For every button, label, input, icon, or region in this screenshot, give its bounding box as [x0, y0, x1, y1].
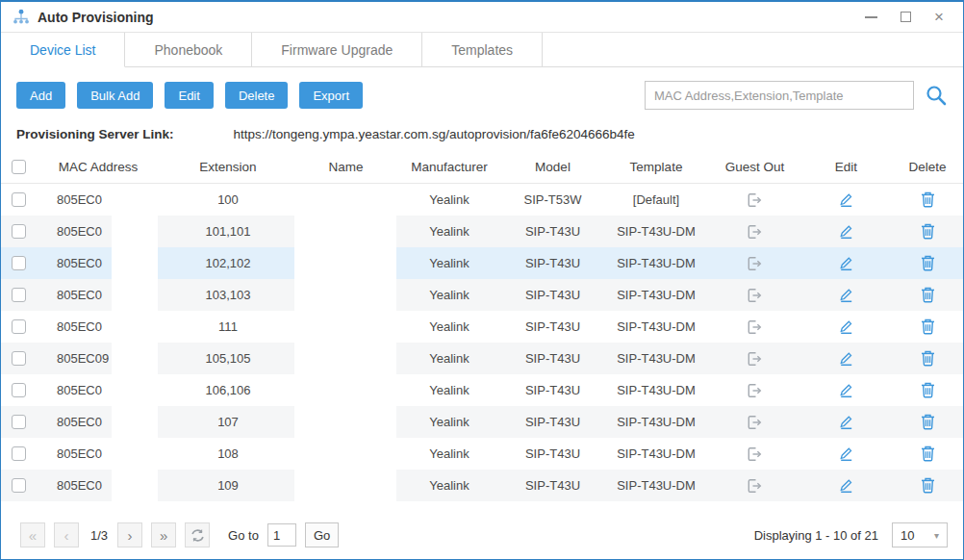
row-checkbox[interactable] — [12, 224, 26, 239]
pencil-icon[interactable] — [800, 414, 892, 430]
prev-page-button[interactable]: ‹ — [54, 522, 79, 547]
col-extension: Extension — [161, 160, 295, 174]
select-all-cell — [1, 160, 36, 174]
logout-arrow-icon[interactable] — [709, 319, 800, 335]
trash-icon[interactable] — [892, 191, 963, 208]
pencil-icon[interactable] — [800, 223, 892, 240]
page-indicator: 1/3 — [90, 528, 108, 543]
row-checkbox-cell — [1, 415, 36, 429]
row-checkbox-cell — [1, 446, 36, 461]
pencil-icon[interactable] — [800, 382, 892, 398]
close-icon[interactable]: × — [934, 10, 944, 25]
next-page-button[interactable]: › — [117, 522, 142, 547]
logout-arrow-icon[interactable] — [709, 224, 800, 240]
device-table: MAC Address Extension Name Manufacturer … — [1, 151, 963, 501]
edit-button[interactable]: Edit — [165, 82, 213, 109]
tab-templates[interactable]: Templates — [422, 33, 543, 67]
go-button[interactable]: Go — [305, 522, 339, 547]
manufacturer-cell: Yealink — [396, 478, 502, 493]
row-checkbox-cell — [1, 256, 36, 270]
trash-icon[interactable] — [892, 445, 963, 462]
first-page-button[interactable]: « — [20, 522, 45, 547]
logout-arrow-icon[interactable] — [709, 192, 800, 208]
logout-arrow-icon[interactable] — [709, 256, 800, 271]
tab-device-list[interactable]: Device List — [1, 33, 125, 67]
last-page-button[interactable]: » — [151, 522, 176, 547]
search-input[interactable] — [645, 81, 914, 110]
pencil-icon[interactable] — [800, 350, 892, 367]
row-checkbox[interactable] — [12, 256, 26, 270]
row-checkbox[interactable] — [12, 319, 26, 334]
row-checkbox[interactable] — [12, 192, 26, 207]
extension-cell: 101,101 — [161, 224, 295, 239]
goto-label: Go to — [228, 528, 259, 543]
search-area — [645, 81, 948, 110]
pencil-icon[interactable] — [800, 255, 892, 271]
model-cell: SIP-T43U — [502, 351, 603, 366]
logout-arrow-icon[interactable] — [709, 446, 800, 462]
row-checkbox-cell — [1, 288, 36, 302]
col-template: Template — [603, 160, 709, 174]
template-cell: [Default] — [603, 192, 709, 207]
maximize-icon[interactable] — [901, 10, 911, 25]
template-cell: SIP-T43U-DM — [603, 288, 709, 302]
extension-cell: 107 — [161, 415, 295, 429]
template-cell: SIP-T43U-DM — [603, 383, 709, 397]
delete-button[interactable]: Delete — [225, 82, 289, 109]
refresh-icon[interactable] — [185, 522, 210, 547]
export-button[interactable]: Export — [299, 82, 363, 109]
logout-arrow-icon[interactable] — [709, 288, 800, 303]
model-cell: SIP-T43U — [502, 256, 603, 270]
logout-arrow-icon[interactable] — [709, 383, 800, 398]
pencil-icon[interactable] — [800, 287, 892, 303]
extension-cell: 105,105 — [161, 351, 295, 366]
row-checkbox[interactable] — [12, 351, 26, 366]
page-size-value: 10 — [901, 528, 914, 543]
manufacturer-cell: Yealink — [396, 256, 502, 270]
page-size-select[interactable]: 10 ▾ — [892, 522, 948, 547]
trash-icon[interactable] — [892, 287, 963, 303]
pencil-icon[interactable] — [800, 191, 892, 208]
pencil-icon[interactable] — [800, 477, 892, 494]
pagination-right: Displaying 1 - 10 of 21 10 ▾ — [754, 522, 948, 547]
auto-provisioning-window: Auto Provisioning × Device List Phoneboo… — [0, 0, 964, 560]
server-link-url: https://tongeng.ympa.yeastar.com.sg/auto… — [234, 127, 635, 141]
template-cell: SIP-T43U-DM — [603, 478, 709, 493]
magnifier-icon[interactable] — [925, 84, 948, 107]
logout-arrow-icon[interactable] — [709, 415, 800, 430]
add-button[interactable]: Add — [16, 82, 65, 109]
model-cell: SIP-T43U — [502, 446, 603, 461]
model-cell: SIP-T43U — [502, 415, 603, 429]
row-checkbox[interactable] — [12, 446, 26, 461]
trash-icon[interactable] — [892, 414, 963, 430]
server-link-row: Provisioning Server Link: https://tongen… — [1, 115, 963, 147]
bulk-add-button[interactable]: Bulk Add — [77, 82, 153, 109]
window-controls: × — [865, 10, 953, 25]
title-bar: Auto Provisioning × — [1, 2, 963, 33]
row-checkbox[interactable] — [12, 383, 26, 397]
trash-icon[interactable] — [892, 477, 963, 494]
col-manufacturer: Manufacturer — [396, 160, 502, 174]
model-cell: SIP-T43U — [502, 478, 603, 493]
model-cell: SIP-T43U — [502, 224, 603, 239]
trash-icon[interactable] — [892, 255, 963, 271]
trash-icon[interactable] — [892, 350, 963, 367]
logout-arrow-icon[interactable] — [709, 478, 800, 494]
minimize-icon[interactable] — [865, 10, 877, 25]
pencil-icon[interactable] — [800, 445, 892, 462]
row-checkbox[interactable] — [12, 415, 26, 429]
tab-firmware-upgrade[interactable]: Firmware Upgrade — [252, 33, 422, 67]
row-checkbox[interactable] — [12, 288, 26, 302]
row-checkbox[interactable] — [12, 478, 26, 493]
select-all-checkbox[interactable] — [12, 160, 26, 174]
goto-page-input[interactable] — [267, 523, 296, 547]
trash-icon[interactable] — [892, 223, 963, 240]
tab-phonebook[interactable]: Phonebook — [125, 33, 252, 67]
logout-arrow-icon[interactable] — [709, 351, 800, 367]
template-cell: SIP-T43U-DM — [603, 224, 709, 239]
trash-icon[interactable] — [892, 318, 963, 335]
window-title: Auto Provisioning — [38, 10, 154, 25]
chevron-down-icon: ▾ — [934, 530, 939, 541]
trash-icon[interactable] — [892, 382, 963, 398]
pencil-icon[interactable] — [800, 318, 892, 335]
